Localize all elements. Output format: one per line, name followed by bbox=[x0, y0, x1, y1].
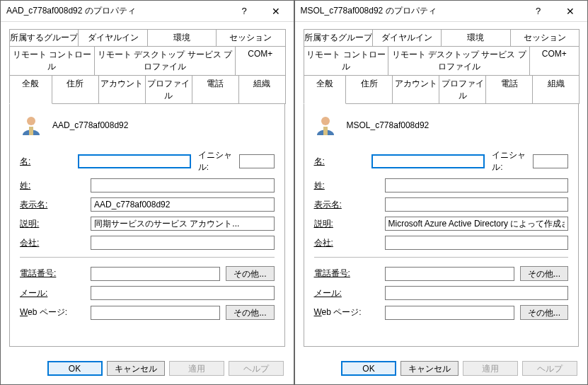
label-web: Web ページ: bbox=[314, 306, 385, 318]
tab-phone[interactable]: 電話 bbox=[485, 75, 533, 104]
description-input[interactable] bbox=[385, 217, 569, 231]
web-other-button[interactable]: その他... bbox=[520, 305, 568, 320]
phone-input[interactable] bbox=[385, 267, 514, 281]
tab-org[interactable]: 組織 bbox=[532, 75, 580, 104]
dialog-footer: OK キャンセル 適用 ヘルプ bbox=[295, 354, 588, 384]
tab-address[interactable]: 住所 bbox=[52, 75, 99, 104]
tab-remotectrl[interactable]: リモート コントロール bbox=[304, 46, 389, 75]
close-button[interactable]: ✕ bbox=[260, 1, 292, 21]
label-display: 表示名: bbox=[314, 199, 385, 211]
tab-remotectrl[interactable]: リモート コントロール bbox=[9, 46, 95, 75]
company-input[interactable] bbox=[385, 236, 569, 250]
initials-input[interactable] bbox=[239, 154, 275, 168]
divider bbox=[20, 257, 275, 258]
help-button[interactable]: ? bbox=[229, 1, 260, 21]
label-initials: イニシャル: bbox=[198, 149, 235, 173]
tab-account[interactable]: アカウント bbox=[392, 75, 439, 104]
tab-complus[interactable]: COM+ bbox=[529, 46, 580, 75]
first-name-input[interactable] bbox=[78, 154, 191, 168]
tab-strip: 所属するグループ ダイヤルイン 環境 セッション リモート コントロール リモー… bbox=[304, 29, 580, 104]
display-name-input[interactable] bbox=[91, 197, 275, 212]
last-name-input[interactable] bbox=[91, 178, 275, 192]
user-display-name: AAD_c778af008d92 bbox=[52, 120, 128, 130]
mail-input[interactable] bbox=[91, 286, 275, 300]
description-input[interactable] bbox=[91, 217, 275, 231]
tab-strip: 所属するグループ ダイヤルイン 環境 セッション リモート コントロール リモー… bbox=[9, 29, 285, 104]
tab-account[interactable]: アカウント bbox=[98, 75, 146, 104]
label-last: 姓: bbox=[20, 180, 91, 192]
label-initials: イニシャル: bbox=[492, 149, 529, 173]
display-name-input[interactable] bbox=[385, 197, 569, 212]
label-company: 会社: bbox=[20, 237, 91, 249]
tab-general[interactable]: 全般 bbox=[304, 75, 347, 104]
help-button-footer: ヘルプ bbox=[522, 361, 577, 376]
tab-session[interactable]: セッション bbox=[216, 29, 285, 46]
tab-rds-profile[interactable]: リモート デスクトップ サービス プロファイル bbox=[388, 46, 529, 75]
tab-general[interactable]: 全般 bbox=[9, 75, 52, 104]
tab-session[interactable]: セッション bbox=[510, 29, 580, 46]
properties-dialog: AAD_c778af008d92 のプロパティ ? ✕ 所属するグループ ダイヤ… bbox=[0, 0, 294, 385]
label-first: 名: bbox=[314, 156, 372, 168]
svg-point-1 bbox=[321, 117, 330, 125]
apply-button: 適用 bbox=[169, 361, 224, 376]
label-first: 名: bbox=[20, 156, 78, 168]
properties-dialog: MSOL_c778af008d92 のプロパティ ? ✕ 所属するグループ ダイ… bbox=[294, 0, 589, 385]
phone-input[interactable] bbox=[91, 267, 220, 281]
divider bbox=[314, 257, 569, 258]
label-desc: 説明: bbox=[314, 218, 385, 230]
user-icon bbox=[20, 114, 42, 137]
label-company: 会社: bbox=[314, 237, 385, 249]
tab-environment[interactable]: 環境 bbox=[147, 29, 217, 46]
tab-address[interactable]: 住所 bbox=[345, 75, 393, 104]
label-mail: メール: bbox=[314, 287, 385, 299]
window-title: MSOL_c778af008d92 のプロパティ bbox=[301, 5, 523, 17]
tab-panel-general: AAD_c778af008d92 名: イニシャル: 姓: 表示名: 説明: bbox=[9, 103, 285, 347]
user-display-name: MSOL_c778af008d92 bbox=[347, 120, 430, 130]
titlebar: AAD_c778af008d92 のプロパティ ? ✕ bbox=[1, 1, 294, 22]
label-last: 姓: bbox=[314, 180, 385, 192]
label-mail: メール: bbox=[20, 287, 91, 299]
company-input[interactable] bbox=[91, 236, 275, 250]
web-input[interactable] bbox=[91, 306, 220, 320]
label-phone: 電話番号: bbox=[20, 268, 91, 280]
label-web: Web ページ: bbox=[20, 306, 91, 318]
close-button[interactable]: ✕ bbox=[554, 1, 586, 21]
ok-button[interactable]: OK bbox=[341, 361, 396, 376]
cancel-button[interactable]: キャンセル bbox=[107, 361, 165, 376]
phone-other-button[interactable]: その他... bbox=[520, 266, 568, 281]
tab-profile[interactable]: プロファイル bbox=[439, 75, 486, 104]
dialog-footer: OK キャンセル 適用 ヘルプ bbox=[1, 354, 294, 384]
web-input[interactable] bbox=[385, 306, 514, 320]
web-other-button[interactable]: その他... bbox=[226, 305, 274, 320]
label-desc: 説明: bbox=[20, 218, 91, 230]
tab-rds-profile[interactable]: リモート デスクトップ サービス プロファイル bbox=[94, 46, 236, 75]
last-name-input[interactable] bbox=[385, 178, 569, 192]
help-button[interactable]: ? bbox=[522, 1, 554, 21]
titlebar: MSOL_c778af008d92 のプロパティ ? ✕ bbox=[295, 1, 588, 22]
tab-panel-general: MSOL_c778af008d92 名: イニシャル: 姓: 表示名: 説明: bbox=[304, 103, 580, 347]
tab-phone[interactable]: 電話 bbox=[192, 75, 239, 104]
ok-button[interactable]: OK bbox=[47, 361, 103, 376]
svg-point-0 bbox=[27, 117, 35, 125]
dialog-body: 所属するグループ ダイヤルイン 環境 セッション リモート コントロール リモー… bbox=[1, 22, 294, 354]
tab-org[interactable]: 組織 bbox=[238, 75, 286, 104]
tab-dialin[interactable]: ダイヤルイン bbox=[372, 29, 442, 46]
window-title: AAD_c778af008d92 のプロパティ bbox=[6, 5, 229, 17]
label-phone: 電話番号: bbox=[314, 268, 385, 280]
user-icon bbox=[314, 114, 337, 137]
cancel-button[interactable]: キャンセル bbox=[400, 361, 459, 376]
initials-input[interactable] bbox=[533, 154, 568, 168]
phone-other-button[interactable]: その他... bbox=[226, 266, 274, 281]
tab-groups[interactable]: 所属するグループ bbox=[304, 29, 373, 46]
tab-environment[interactable]: 環境 bbox=[441, 29, 510, 46]
dialog-body: 所属するグループ ダイヤルイン 環境 セッション リモート コントロール リモー… bbox=[295, 22, 588, 354]
tab-groups[interactable]: 所属するグループ bbox=[9, 29, 79, 46]
tab-dialin[interactable]: ダイヤルイン bbox=[78, 29, 147, 46]
first-name-input[interactable] bbox=[371, 154, 485, 168]
tab-profile[interactable]: プロファイル bbox=[145, 75, 192, 104]
help-button-footer: ヘルプ bbox=[229, 361, 284, 376]
tab-complus[interactable]: COM+ bbox=[235, 46, 285, 75]
mail-input[interactable] bbox=[385, 286, 569, 300]
label-display: 表示名: bbox=[20, 199, 91, 211]
apply-button: 適用 bbox=[463, 361, 518, 376]
